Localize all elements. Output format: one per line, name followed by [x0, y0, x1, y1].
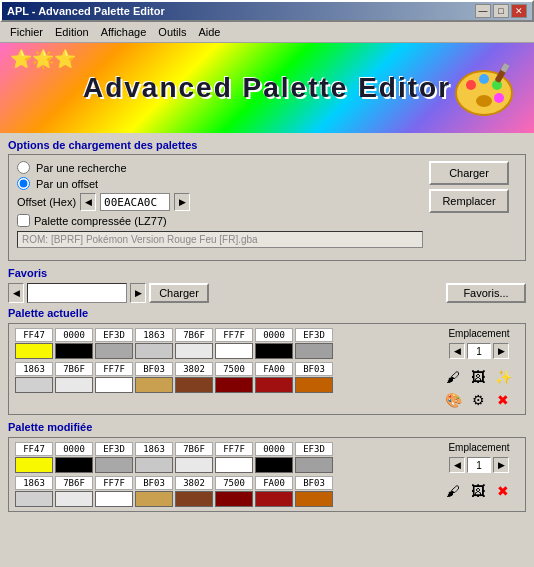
cell-a2: 0000	[55, 328, 93, 359]
swatch-m-a7[interactable]	[255, 457, 293, 473]
offset-prev-button[interactable]: ◀	[80, 193, 96, 211]
emplacement-next-actuelle[interactable]: ▶	[493, 343, 509, 359]
icon-palette-button[interactable]: 🎨	[443, 390, 463, 410]
swatch-m-b5[interactable]	[175, 491, 213, 507]
swatch-m-a2[interactable]	[55, 457, 93, 473]
swatch-b4[interactable]	[135, 377, 173, 393]
swatch-m-a5[interactable]	[175, 457, 213, 473]
hex-m-b3: FF7F	[95, 476, 133, 490]
cell-m-a1: FF47	[15, 442, 53, 473]
swatch-m-a3[interactable]	[95, 457, 133, 473]
radio-label-1: Par une recherche	[36, 162, 127, 174]
swatch-b6[interactable]	[215, 377, 253, 393]
radio-row-1: Par une recherche	[17, 161, 423, 174]
swatch-m-a1[interactable]	[15, 457, 53, 473]
compressed-checkbox[interactable]	[17, 214, 30, 227]
swatch-a1[interactable]	[15, 343, 53, 359]
favoris-big-button[interactable]: Favoris...	[446, 283, 526, 303]
emplacement-prev-modifiee[interactable]: ◀	[449, 457, 465, 473]
banner-title: Advanced Palette Editor	[83, 72, 451, 104]
swatch-m-b2[interactable]	[55, 491, 93, 507]
swatch-b1[interactable]	[15, 377, 53, 393]
favoris-prev-button[interactable]: ◀	[8, 283, 24, 303]
swatch-m-a8[interactable]	[295, 457, 333, 473]
favoris-charger-button[interactable]: Charger	[149, 283, 209, 303]
icon-image-modifiee-button[interactable]: 🖼	[468, 481, 488, 501]
radio-par-un-offset[interactable]	[17, 177, 30, 190]
menu-bar: Fichier Edition Affichage Outils Aide	[0, 22, 534, 43]
swatch-a7[interactable]	[255, 343, 293, 359]
swatch-a3[interactable]	[95, 343, 133, 359]
cell-b5: 3802	[175, 362, 213, 393]
minimize-button[interactable]: —	[475, 4, 491, 18]
palette-actuelle-title: Palette actuelle	[8, 307, 526, 319]
palette-modifiee-row1: FF47 0000 EF3D 1863	[15, 442, 433, 473]
palette-modifiee-right: Emplacement ◀ 1 ▶ 🖌 🖼 ✖	[439, 442, 519, 507]
swatch-m-b7[interactable]	[255, 491, 293, 507]
palette-modifiee-layout: FF47 0000 EF3D 1863	[15, 442, 519, 507]
menu-fichier[interactable]: Fichier	[4, 24, 49, 40]
offset-label: Offset (Hex)	[17, 196, 76, 208]
swatch-b8[interactable]	[295, 377, 333, 393]
menu-outils[interactable]: Outils	[152, 24, 192, 40]
icon-close-modifiee-button[interactable]: ✖	[493, 481, 513, 501]
swatch-b7[interactable]	[255, 377, 293, 393]
maximize-button[interactable]: □	[493, 4, 509, 18]
swatch-m-a6[interactable]	[215, 457, 253, 473]
cell-m-a4: 1863	[135, 442, 173, 473]
cell-a5: 7B6F	[175, 328, 213, 359]
hex-a2: 0000	[55, 328, 93, 342]
swatch-a8[interactable]	[295, 343, 333, 359]
close-button[interactable]: ✕	[511, 4, 527, 18]
offset-next-button[interactable]: ▶	[174, 193, 190, 211]
swatch-m-b1[interactable]	[15, 491, 53, 507]
cell-m-a7: 0000	[255, 442, 293, 473]
hex-m-a3: EF3D	[95, 442, 133, 456]
swatch-m-b8[interactable]	[295, 491, 333, 507]
emplacement-modifiee-label: Emplacement	[448, 442, 509, 453]
options-left: Par une recherche Par un offset Offset (…	[17, 161, 423, 248]
swatch-m-b3[interactable]	[95, 491, 133, 507]
icon-gear-button[interactable]: ⚙	[468, 390, 488, 410]
stars-decoration: ⭐🌟⭐	[10, 48, 76, 70]
swatch-a6[interactable]	[215, 343, 253, 359]
emplacement-next-modifiee[interactable]: ▶	[493, 457, 509, 473]
palette-actuelle-section: Palette actuelle FF47 0000	[8, 307, 526, 415]
icon-sparkle-button[interactable]: ✨	[493, 367, 513, 387]
palette-actuelle-row2: 1863 7B6F FF7F BF03	[15, 362, 433, 393]
cell-m-a3: EF3D	[95, 442, 133, 473]
icon-image-button[interactable]: 🖼	[468, 367, 488, 387]
menu-aide[interactable]: Aide	[192, 24, 226, 40]
icon-close-button-actuelle[interactable]: ✖	[493, 390, 513, 410]
radio-label-2: Par un offset	[36, 178, 98, 190]
hex-m-a6: FF7F	[215, 442, 253, 456]
favoris-next-button[interactable]: ▶	[130, 283, 146, 303]
swatch-a5[interactable]	[175, 343, 213, 359]
charger-button[interactable]: Charger	[429, 161, 509, 185]
swatch-a2[interactable]	[55, 343, 93, 359]
swatch-b3[interactable]	[95, 377, 133, 393]
swatch-m-a4[interactable]	[135, 457, 173, 473]
options-section-box: Par une recherche Par un offset Offset (…	[8, 154, 526, 261]
menu-affichage[interactable]: Affichage	[95, 24, 153, 40]
hex-m-b6: 7500	[215, 476, 253, 490]
palette-icon	[449, 53, 519, 123]
icon-brush-modifiee-button[interactable]: 🖌	[443, 481, 463, 501]
radio-par-une-recherche[interactable]	[17, 161, 30, 174]
palette-modifiee-section: Palette modifiée FF47 0000	[8, 421, 526, 512]
menu-edition[interactable]: Edition	[49, 24, 95, 40]
hex-a6: FF7F	[215, 328, 253, 342]
compressed-row: Palette compressée (LZ77)	[17, 214, 423, 227]
favoris-input[interactable]	[27, 283, 127, 303]
hex-m-b7: FA00	[255, 476, 293, 490]
offset-input[interactable]	[100, 193, 170, 211]
swatch-a4[interactable]	[135, 343, 173, 359]
swatch-m-b6[interactable]	[215, 491, 253, 507]
cell-b6: 7500	[215, 362, 253, 393]
swatch-m-b4[interactable]	[135, 491, 173, 507]
swatch-b5[interactable]	[175, 377, 213, 393]
icon-brush-button[interactable]: 🖌	[443, 367, 463, 387]
emplacement-prev-actuelle[interactable]: ◀	[449, 343, 465, 359]
swatch-b2[interactable]	[55, 377, 93, 393]
remplacer-button[interactable]: Remplacer	[429, 189, 509, 213]
